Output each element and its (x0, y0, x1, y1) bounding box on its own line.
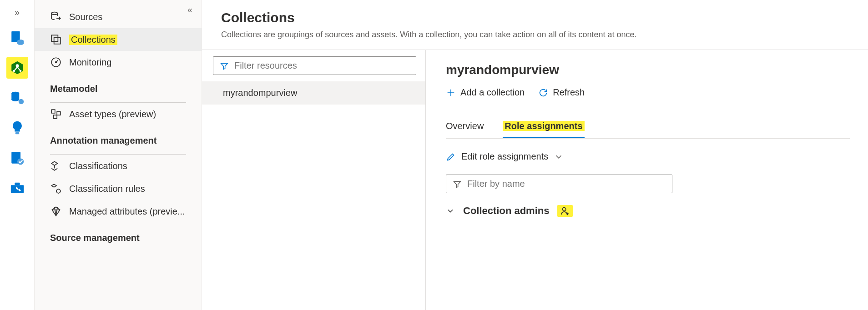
page-description: Collections are groupings of sources and… (221, 30, 868, 40)
nav-section-source: Source management (35, 223, 202, 249)
filter-by-name-box[interactable] (446, 175, 672, 193)
tab-overview[interactable]: Overview (446, 121, 484, 138)
plus-icon (446, 88, 456, 98)
nav-classification-rules[interactable]: Classification rules (35, 177, 202, 200)
svg-point-6 (13, 70, 15, 72)
role-section-label: Collection admins (463, 205, 549, 217)
filter-resources-box[interactable] (213, 56, 416, 75)
nav-asset-types[interactable]: Asset types (preview) (35, 103, 202, 125)
lightbulb-icon (10, 120, 25, 135)
gauge-icon (50, 56, 62, 68)
detail-title: myrandompurview (446, 63, 868, 77)
main-area: Collections Collections are groupings of… (202, 0, 868, 310)
tab-role-assignments[interactable]: Role assignments (503, 121, 584, 138)
filter-icon (220, 61, 229, 70)
database-icon (10, 30, 25, 45)
role-section-collection-admins[interactable]: Collection admins (446, 205, 868, 217)
edit-label: Edit role assignments (461, 151, 548, 162)
tab-label: Overview (446, 121, 484, 131)
svg-point-21 (56, 62, 57, 63)
rail-item-policy[interactable] (6, 147, 28, 169)
svg-rect-24 (54, 115, 57, 119)
tags-icon (50, 160, 62, 172)
action-label: Add a collection (460, 87, 525, 98)
svg-rect-19 (54, 38, 61, 44)
rail-item-data-catalog[interactable] (6, 27, 28, 49)
stack-icon (50, 34, 62, 45)
rail-item-data-estate[interactable] (6, 87, 28, 109)
collection-list-pane: myrandompurview (202, 50, 426, 310)
action-bar: Add a collection Refresh (446, 87, 850, 107)
collection-detail-pane: myrandompurview Add a collection Refresh (426, 50, 868, 310)
svg-point-17 (51, 12, 57, 15)
pencil-icon (446, 152, 456, 162)
page-header: Collections Collections are groupings of… (202, 0, 868, 50)
nav-monitoring[interactable]: Monitoring (35, 51, 202, 74)
refresh-icon (538, 88, 548, 98)
filter-by-name-input[interactable] (467, 179, 666, 189)
svg-point-3 (17, 42, 24, 45)
side-nav: « Sources Collections Monitoring Metamod… (35, 0, 202, 310)
nav-section-annotation: Annotation management (35, 125, 202, 151)
rail-item-management[interactable] (6, 177, 28, 199)
svg-point-5 (15, 64, 19, 67)
nav-managed-attributes[interactable]: Managed attributes (previe... (35, 200, 202, 223)
collapse-sidenav-icon[interactable]: « (187, 5, 192, 15)
svg-point-26 (563, 208, 566, 211)
nav-section-metamodel: Metamodel (35, 74, 202, 100)
edit-role-assignments-button[interactable]: Edit role assignments (446, 151, 868, 162)
nav-label: Asset types (preview) (69, 109, 156, 120)
nav-label: Sources (69, 12, 102, 22)
chevron-down-icon (554, 152, 564, 162)
blocks-icon (50, 108, 62, 120)
svg-point-10 (11, 98, 19, 101)
refresh-button[interactable]: Refresh (538, 87, 585, 98)
expand-rail-icon[interactable]: » (15, 5, 20, 19)
svg-rect-23 (57, 112, 61, 115)
action-label: Refresh (553, 87, 585, 98)
add-admin-button[interactable] (557, 205, 573, 217)
nav-classifications[interactable]: Classifications (35, 155, 202, 177)
page-title: Collections (221, 10, 868, 25)
detail-tabs: Overview Role assignments (446, 121, 850, 139)
nav-label: Managed attributes (previe... (69, 206, 185, 217)
svg-rect-16 (15, 183, 20, 185)
tab-label: Role assignments (503, 121, 584, 131)
svg-rect-12 (15, 132, 19, 134)
chevron-down-icon (446, 206, 455, 215)
content-row: myrandompurview myrandompurview Add a co… (202, 50, 868, 310)
nav-collections[interactable]: Collections (35, 28, 202, 51)
db-out-icon (50, 11, 62, 23)
svg-point-7 (19, 70, 21, 72)
db-link-icon (10, 90, 25, 105)
nav-label: Classification rules (69, 184, 145, 194)
svg-point-11 (18, 99, 23, 104)
rail-item-data-map[interactable] (6, 57, 28, 79)
nav-label: Classifications (69, 161, 127, 171)
svg-point-25 (56, 189, 61, 193)
filter-resources-input[interactable] (234, 60, 409, 71)
add-collection-button[interactable]: Add a collection (446, 87, 525, 98)
rail-item-insights[interactable] (6, 117, 28, 139)
hex-node-icon (10, 60, 25, 75)
diamond-icon (50, 205, 62, 217)
nav-label: Collections (69, 35, 117, 45)
tags-gear-icon (50, 183, 62, 195)
icon-rail: » (0, 0, 35, 310)
svg-rect-22 (51, 110, 55, 113)
doc-check-icon (10, 150, 25, 165)
person-add-icon (560, 206, 570, 216)
nav-sources[interactable]: Sources (35, 5, 202, 28)
svg-rect-18 (51, 35, 58, 41)
nav-label: Monitoring (69, 57, 111, 68)
filter-icon (453, 180, 462, 189)
collection-list-item[interactable]: myrandompurview (202, 81, 425, 105)
toolbox-icon (10, 180, 25, 195)
